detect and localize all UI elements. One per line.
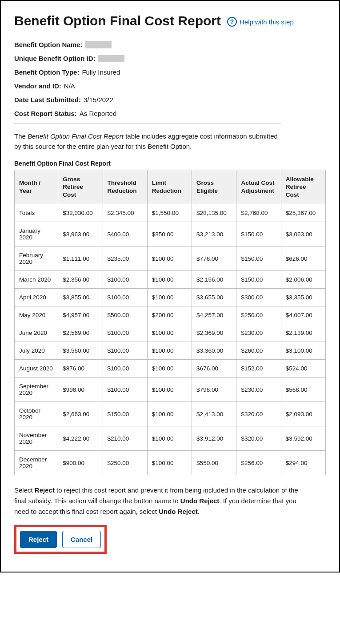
cell-value: $3,592.00 <box>281 426 325 451</box>
cell-value: $260.00 <box>236 342 281 360</box>
instr-p4: . <box>198 508 200 515</box>
cell-value: $150.00 <box>236 271 281 289</box>
cell-value: $3,912.00 <box>192 426 236 451</box>
cell-value: $2,156.00 <box>192 271 236 289</box>
cell-value: $876.00 <box>58 360 103 378</box>
cell-value: $100.00 <box>147 360 192 378</box>
cell-value: $150.00 <box>236 246 281 271</box>
intro-em: Benefit Option Final Cost Report <box>28 132 124 140</box>
cell-value: $100.00 <box>147 378 192 402</box>
cell-value: $998.00 <box>58 378 103 402</box>
cell-value: $100.00 <box>147 271 192 289</box>
cell-value: $100.00 <box>103 289 147 306</box>
col-threshold: Threshold Reduction <box>103 170 147 204</box>
cell-value: $3,560.00 <box>58 342 103 360</box>
table-row: June 2020$2,569.00$100.00$100.00$2,369.0… <box>15 324 326 342</box>
cell-value: $626.00 <box>281 246 325 271</box>
cell-month: Totals <box>15 204 58 222</box>
cell-value: $1,550.00 <box>147 204 192 222</box>
cell-value: $2,369.00 <box>192 324 236 342</box>
cell-value: $2,356.00 <box>58 271 103 289</box>
table-row: January 2020$3,963.00$400.00$350.00$3,21… <box>15 222 326 246</box>
col-actual-adj: Actual Cost Adjustment <box>236 170 281 204</box>
cell-value: $100.00 <box>103 324 147 342</box>
cell-value: $2,569.00 <box>58 324 103 342</box>
cell-month: February 2020 <box>15 246 58 271</box>
meta-id: Unique Benefit Option ID: <box>14 55 326 62</box>
table-body: Totals$32,030.00$2,345.00$1,550.00$28,13… <box>15 204 326 475</box>
cell-value: $25,367.00 <box>281 204 325 222</box>
cell-value: $250.00 <box>236 306 281 324</box>
meta-type-value: Fully Insured <box>82 68 120 76</box>
cell-value: $4,007.00 <box>281 306 325 324</box>
intro-prefix: The <box>14 132 28 140</box>
table-row: July 2020$3,560.00$100.00$100.00$3,360.0… <box>15 342 326 360</box>
cell-value: $3,100.00 <box>281 342 325 360</box>
cell-value: $1,111.00 <box>58 246 103 271</box>
cell-value: $2,345.00 <box>103 204 147 222</box>
cell-month: April 2020 <box>15 289 58 306</box>
cell-value: $28,135.00 <box>192 204 236 222</box>
meta-id-label: Unique Benefit Option ID: <box>14 55 95 62</box>
cell-value: $400.00 <box>103 222 147 246</box>
cell-month: January 2020 <box>15 222 58 246</box>
cell-value: $4,957.00 <box>58 306 103 324</box>
cell-value: $200.00 <box>147 306 192 324</box>
cell-value: $256.00 <box>236 451 281 475</box>
table-row: May 2020$4,957.00$500.00$200.00$4,257.00… <box>15 306 326 324</box>
col-month: Month / Year <box>15 170 58 204</box>
report-page: Benefit Option Final Cost Report ? Help … <box>0 0 340 572</box>
cell-value: $3,963.00 <box>58 222 103 246</box>
cell-value: $250.00 <box>103 451 147 475</box>
meta-status: Cost Report Status: As Reported <box>14 110 326 117</box>
table-row: October 2020$2,663.00$150.00$100.00$2,41… <box>15 402 326 426</box>
meta-block: Benefit Option Name: Unique Benefit Opti… <box>14 41 326 117</box>
cell-value: $100.00 <box>147 342 192 360</box>
cell-value: $2,413.00 <box>192 402 236 426</box>
cell-value: $798.00 <box>192 378 236 402</box>
meta-vendor-value: N/A <box>64 82 75 90</box>
reject-button[interactable]: Reject <box>20 531 57 548</box>
cell-value: $294.00 <box>281 451 325 475</box>
cell-value: $100.00 <box>147 451 192 475</box>
cell-value: $3,360.00 <box>192 342 236 360</box>
cell-month: December 2020 <box>15 451 58 475</box>
cell-value: $100.00 <box>147 246 192 271</box>
table-row: Totals$32,030.00$2,345.00$1,550.00$28,13… <box>15 204 326 222</box>
button-highlight-box: Reject Cancel <box>14 525 107 554</box>
table-row: March 2020$2,356.00$100.00$100.00$2,156.… <box>15 271 326 289</box>
cell-value: $230.00 <box>236 324 281 342</box>
instr-p1: Select <box>14 486 35 494</box>
table-title: Benefit Option Final Cost Report <box>14 160 326 167</box>
cell-value: $100.00 <box>147 402 192 426</box>
table-header-row: Month / Year Gross Retiree Cost Threshol… <box>15 170 326 204</box>
title-row: Benefit Option Final Cost Report ? Help … <box>14 13 326 28</box>
redacted-id <box>98 55 124 62</box>
cell-value: $3,213.00 <box>192 222 236 246</box>
cell-value: $3,063.00 <box>281 222 325 246</box>
table-row: April 2020$3,855.00$100.00$100.00$3,655.… <box>15 289 326 306</box>
cell-value: $2,006.00 <box>281 271 325 289</box>
cell-value: $4,222.00 <box>58 426 103 451</box>
cell-value: $100.00 <box>147 426 192 451</box>
cell-value: $230.00 <box>236 378 281 402</box>
help-link-text: Help with this step <box>240 18 294 26</box>
meta-type: Benefit Option Type: Fully Insured <box>14 68 326 76</box>
divider <box>14 123 281 124</box>
meta-date-value: 3/15/2022 <box>84 96 113 103</box>
table-row: December 2020$900.00$250.00$100.00$550.0… <box>15 451 326 475</box>
meta-type-label: Benefit Option Type: <box>14 68 79 76</box>
col-limit: Limit Reduction <box>147 170 192 204</box>
redacted-name <box>85 41 112 48</box>
cell-value: $500.00 <box>103 306 147 324</box>
cell-month: July 2020 <box>15 342 58 360</box>
table-row: September 2020$998.00$100.00$100.00$798.… <box>15 378 326 402</box>
cell-value: $900.00 <box>58 451 103 475</box>
cell-value: $524.00 <box>281 360 325 378</box>
cell-value: $550.00 <box>192 451 236 475</box>
cell-value: $100.00 <box>103 378 147 402</box>
cell-value: $2,768.00 <box>236 204 281 222</box>
help-link-wrap[interactable]: ? Help with this step <box>227 17 294 27</box>
page-title: Benefit Option Final Cost Report <box>14 13 221 28</box>
cancel-button[interactable]: Cancel <box>62 531 101 548</box>
